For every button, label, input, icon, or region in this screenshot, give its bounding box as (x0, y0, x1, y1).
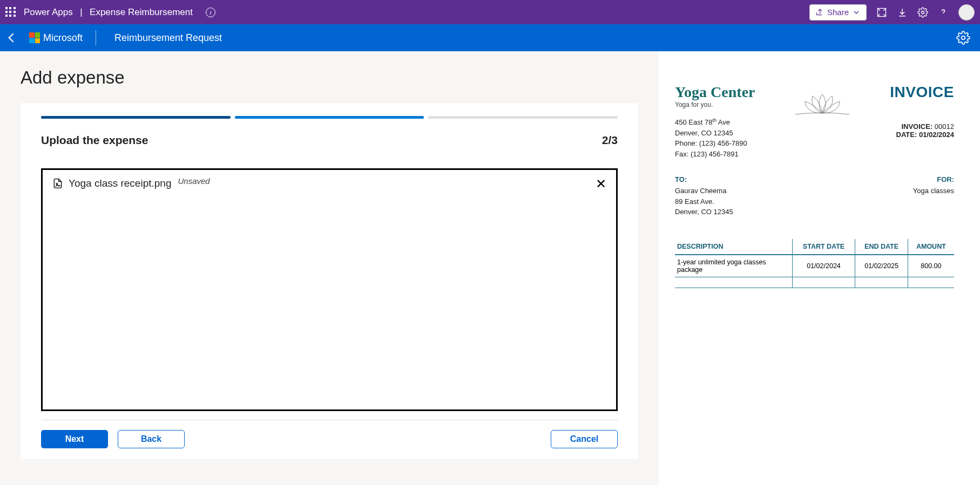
separator (96, 30, 96, 45)
download-icon[interactable] (897, 7, 908, 18)
product-title: Power Apps | Expense Reimbursement (24, 7, 193, 18)
invoice-brand: Yoga Center (675, 84, 755, 101)
back-icon[interactable] (9, 33, 18, 43)
invoice-to-label: TO: (675, 175, 733, 183)
lotus-icon (790, 86, 855, 119)
settings-icon[interactable] (917, 7, 928, 18)
wizard-card: Upload the expense 2/3 Yoga class receip… (21, 103, 638, 459)
back-button[interactable]: Back (118, 430, 185, 448)
invoice-table: DESCRIPTION START DATE END DATE AMOUNT 1… (675, 239, 954, 288)
uploaded-file-row: Yoga class receipt.png Unsaved (52, 177, 606, 189)
invoice-for: Yoga classes (913, 186, 954, 196)
title-bar: Power Apps | Expense Reimbursement i Sha… (0, 0, 980, 24)
invoice-preview: Yoga Center Yoga for you. 450 East 78th … (659, 51, 980, 485)
invoice-tagline: Yoga for you. (675, 101, 755, 108)
cancel-button[interactable]: Cancel (551, 430, 618, 448)
next-button[interactable]: Next (41, 430, 108, 448)
fit-icon[interactable] (876, 7, 887, 18)
svg-point-2 (962, 36, 965, 40)
page-title: Add expense (21, 67, 638, 88)
app-screen-title: Reimbursement Request (114, 32, 222, 44)
share-button[interactable]: Share (809, 4, 867, 21)
app-header: Microsoft Reimbursement Request (0, 24, 980, 51)
invoice-to: Gaurav Cheema 89 East Ave. Denver, CO 12… (675, 186, 733, 217)
invoice-meta: INVOICE: 00012 DATE: 01/02/2024 (890, 122, 954, 139)
info-icon[interactable]: i (206, 8, 215, 17)
svg-point-1 (922, 11, 924, 13)
help-icon[interactable] (938, 7, 949, 18)
upload-dropzone[interactable]: Yoga class receipt.png Unsaved ✕ (41, 168, 618, 411)
invoice-for-label: FOR: (913, 175, 954, 183)
app-launcher-icon[interactable] (5, 7, 16, 18)
divider (41, 420, 618, 420)
app-settings-icon[interactable] (956, 31, 970, 45)
invoice-title: INVOICE (890, 84, 954, 101)
remove-file-icon[interactable]: ✕ (596, 177, 606, 190)
invoice-address: 450 East 78th Ave Denver, CO 12345 Phone… (675, 117, 755, 159)
step-counter: 2/3 (602, 134, 618, 147)
file-name: Yoga class receipt.png (69, 177, 171, 189)
file-status: Unsaved (178, 176, 209, 186)
file-image-icon (52, 177, 63, 189)
brand-logo: Microsoft (29, 32, 83, 44)
progress-bar (41, 116, 618, 119)
step-title: Upload the expense (41, 134, 148, 147)
user-avatar[interactable] (958, 4, 975, 21)
invoice-row: 1-year unlimited yoga classes package 01… (675, 255, 954, 277)
